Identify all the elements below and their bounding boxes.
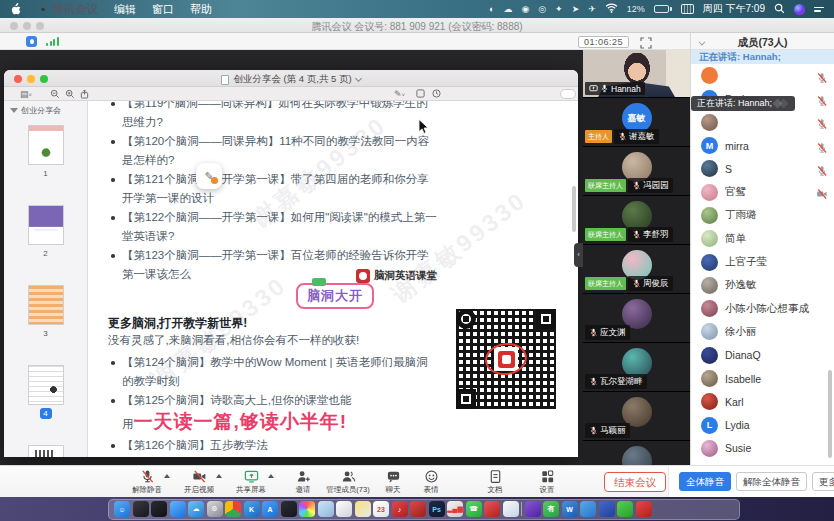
youdao-icon[interactable]: 有 (543, 501, 559, 517)
member-av-status-icon[interactable] (816, 186, 828, 198)
zoom-out-icon[interactable] (50, 89, 60, 101)
member-row[interactable]: 简单 (691, 227, 834, 250)
member-row[interactable]: Isabelle (691, 367, 834, 390)
wechat-icon[interactable] (617, 501, 633, 517)
docs-button[interactable]: 文档 (476, 469, 514, 495)
preview-close-button[interactable] (14, 75, 22, 83)
music-app-icon[interactable]: ♪ (392, 501, 408, 517)
member-row[interactable]: 上官子莹 (691, 250, 834, 273)
search-field[interactable] (560, 89, 576, 99)
chrome-icon[interactable] (225, 501, 241, 517)
word-icon[interactable]: W (562, 501, 578, 517)
member-row[interactable]: 小陈小陈心想事成 (691, 297, 834, 320)
member-row[interactable]: 徐小丽 (691, 320, 834, 343)
menu-help[interactable]: 帮助 (190, 2, 212, 17)
photos-icon[interactable] (299, 501, 315, 517)
spotlight-icon[interactable] (774, 3, 785, 16)
invite-button[interactable]: 邀请 (284, 469, 322, 495)
stats-app-icon[interactable]: ▂▄▆ (447, 501, 463, 517)
apple-menu-icon[interactable] (10, 3, 24, 15)
page-thumbnail-image[interactable] (28, 125, 64, 165)
system-preferences-icon[interactable]: ⚙ (207, 501, 223, 517)
end-meeting-button[interactable]: 结束会议 (604, 472, 666, 492)
status-icon-record[interactable]: ◉ (521, 5, 529, 14)
page-thumbnail[interactable]: 1 (28, 125, 64, 179)
video-panel-collapse-tab[interactable]: ‹ (574, 243, 583, 267)
preview-minimize-button[interactable] (27, 75, 35, 83)
member-av-status-icon[interactable] (816, 93, 828, 105)
page-thumbnail[interactable]: 3 (28, 285, 64, 339)
meeting-security-icon[interactable] (26, 36, 37, 47)
member-row[interactable]: L Lydia (691, 413, 834, 436)
member-row[interactable]: 丁雨璐 (691, 204, 834, 227)
status-icon-spark[interactable]: ✦ (555, 5, 563, 14)
share-options-caret[interactable] (268, 474, 274, 478)
status-icon-cursor[interactable]: ➤ (572, 5, 580, 14)
annotation-pen-icon[interactable]: ✎ (196, 163, 222, 189)
timer-tool-icon[interactable] (432, 89, 441, 100)
video-tile[interactable]: 联席主持人 周俊辰 (583, 245, 690, 294)
video-tile[interactable]: 联席主持人 冯园园 (583, 147, 690, 196)
launchpad-icon[interactable] (133, 501, 149, 517)
video-tile[interactable]: 马颖丽 (583, 392, 690, 441)
member-av-status-icon[interactable] (816, 140, 828, 152)
share-document-icon[interactable] (80, 89, 89, 101)
weather-icon[interactable]: ☁ (188, 501, 204, 517)
facetime-icon[interactable]: ☎ (466, 501, 482, 517)
preview-zoom-button[interactable] (40, 75, 48, 83)
video-tile[interactable]: 嘉敏 主持人 谢嘉敏 (583, 98, 690, 147)
member-row[interactable]: DianaQ (691, 344, 834, 367)
member-row[interactable]: 官鸳 (691, 180, 834, 203)
zoom-in-icon[interactable] (65, 89, 75, 101)
notification-center-icon[interactable] (814, 7, 824, 12)
page-thumbnail-image[interactable] (28, 285, 64, 325)
sidebar-view-icon[interactable]: ▤˅ (20, 89, 32, 100)
page-thumbnail-image[interactable] (28, 365, 64, 405)
menu-app-name[interactable]: 腾讯会议 (38, 0, 98, 19)
photoshop-icon[interactable]: Ps (429, 501, 445, 517)
menubar-clock[interactable]: 周四 下午7:09 (703, 2, 765, 16)
status-icon-plane[interactable]: ✈ (588, 5, 596, 14)
markup-pen-icon[interactable]: ✎˅ (394, 89, 405, 100)
books-icon[interactable] (503, 501, 519, 517)
member-list-scrollbar[interactable] (828, 370, 832, 458)
video-tile[interactable]: 应文渊 (583, 294, 690, 343)
calendar-icon[interactable]: 23 (373, 501, 389, 517)
status-icon-globe[interactable]: ◐ (489, 5, 494, 14)
document-scrollbar[interactable] (572, 186, 576, 232)
page-thumbnail[interactable]: 2 (28, 205, 64, 259)
sidebar-disclosure-icon[interactable] (10, 108, 18, 113)
member-row[interactable]: Susie (691, 437, 834, 460)
safari-icon[interactable] (170, 501, 186, 517)
mute-all-button[interactable]: 全体静音 (679, 472, 731, 491)
compass-app-icon[interactable] (151, 501, 167, 517)
red-app-icon[interactable] (636, 501, 652, 517)
start-video-button[interactable]: 开启视频 (180, 469, 218, 495)
video-options-caret[interactable] (216, 474, 222, 478)
title-chevron-icon[interactable] (355, 74, 362, 81)
settings-button[interactable]: 设置 (528, 469, 566, 495)
input-source-icon[interactable] (681, 4, 694, 14)
video-tile[interactable]: Hannah (583, 50, 690, 98)
member-row[interactable]: 孙逸敏 (691, 274, 834, 297)
more-button[interactable]: 更多 (812, 472, 834, 491)
member-row[interactable] (691, 64, 834, 87)
page-thumbnail-image[interactable] (28, 445, 64, 457)
notes-icon[interactable] (355, 501, 371, 517)
markup-box-icon[interactable] (416, 89, 425, 100)
share-screen-button[interactable]: 共享屏幕 (232, 469, 270, 495)
music-app-icon-2[interactable] (410, 501, 426, 517)
chat-app-icon[interactable] (525, 501, 541, 517)
app-store-icon[interactable]: A (262, 501, 278, 517)
finder-icon[interactable]: ☺ (114, 501, 130, 517)
mic-options-caret[interactable] (164, 474, 170, 478)
menu-edit[interactable]: 编辑 (114, 2, 136, 17)
manage-members-button[interactable]: 管理成员(73) (322, 469, 374, 495)
member-av-status-icon[interactable] (816, 116, 828, 128)
menu-window[interactable]: 窗口 (152, 2, 174, 17)
member-av-status-icon[interactable] (816, 70, 828, 82)
wifi-icon[interactable] (605, 3, 618, 15)
dock-separator[interactable] (521, 502, 522, 516)
member-row[interactable]: Karl (691, 390, 834, 413)
docs-app-icon[interactable] (599, 501, 615, 517)
